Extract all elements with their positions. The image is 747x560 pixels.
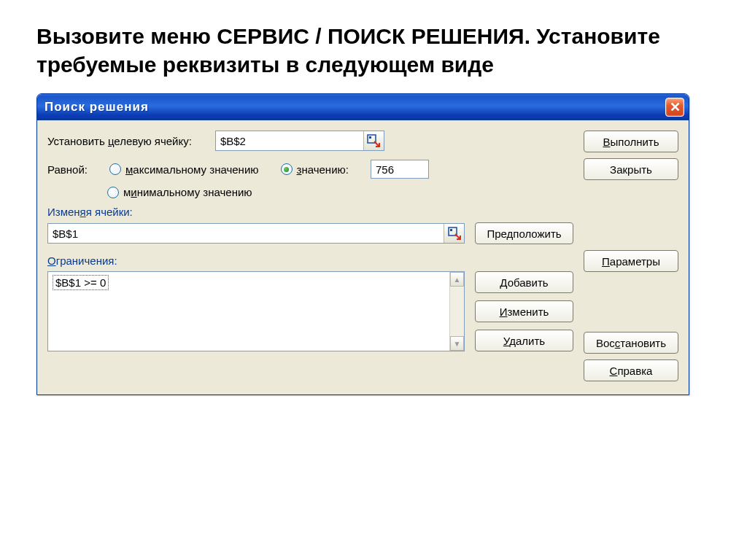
dialog-body: Установить целевую ячейку: Равной: (37, 120, 689, 394)
close-dialog-button[interactable]: Закрыть (584, 158, 678, 180)
range-picker-icon (448, 227, 461, 240)
guess-button[interactable]: Предположить (475, 222, 573, 244)
target-cell-label: Установить целевую ячейку: (47, 135, 192, 147)
dialog-title: Поиск решения (44, 100, 149, 114)
radio-max[interactable] (109, 163, 121, 175)
target-value-input[interactable] (371, 160, 429, 179)
change-button[interactable]: Изменить (475, 300, 573, 322)
range-picker-button[interactable] (363, 131, 384, 150)
listbox-content: $B$1 >= 0 (48, 272, 449, 351)
min-row: минимальному значению (47, 186, 573, 198)
parameters-button[interactable]: Параметры (584, 250, 678, 272)
target-cell-input-group (215, 131, 384, 151)
page-instruction: Вызовите меню СЕРВИС / ПОИСК РЕШЕНИЯ. Ус… (0, 0, 747, 93)
changing-cells-input[interactable] (48, 224, 444, 243)
list-item[interactable]: $B$1 >= 0 (53, 275, 109, 290)
right-column: Выполнить Закрыть Параметры Восстановить… (584, 131, 678, 381)
changing-cells-label: Изменяя ячейки: (47, 206, 573, 218)
chevron-up-icon: ▲ (454, 276, 461, 284)
constraint-buttons: Добавить Изменить Удалить (475, 271, 573, 351)
target-cell-input[interactable] (216, 131, 363, 150)
svg-rect-1 (369, 136, 371, 139)
range-picker-icon (367, 134, 380, 147)
radio-min-label: минимальному значению (123, 186, 252, 198)
close-icon: ✕ (670, 99, 681, 115)
constraints-label: Ограничения: (47, 254, 573, 267)
spacer (584, 278, 678, 326)
radio-value[interactable] (281, 163, 293, 175)
target-cell-row: Установить целевую ячейку: (47, 131, 573, 151)
svg-rect-3 (450, 229, 452, 231)
radio-min-group[interactable]: минимальному значению (107, 186, 252, 198)
changing-cells-input-group (47, 223, 465, 244)
radio-value-label: значению: (297, 163, 349, 176)
solver-dialog: Поиск решения ✕ Установить целевую ячейк… (36, 93, 689, 395)
radio-value-group[interactable]: значению: (281, 163, 349, 176)
delete-button[interactable]: Удалить (475, 330, 573, 351)
equal-to-row: Равной: максимальному значению значению: (47, 160, 573, 179)
radio-min[interactable] (107, 187, 119, 198)
radio-max-label: максимальному значению (125, 163, 259, 176)
execute-button[interactable]: Выполнить (584, 131, 678, 152)
scroll-up-button[interactable]: ▲ (450, 272, 464, 287)
add-button[interactable]: Добавить (475, 271, 573, 293)
constraints-area: $B$1 >= 0 ▲ ▼ Добавить Изменить Удалить (47, 271, 573, 351)
help-button[interactable]: Справка (584, 359, 678, 381)
scroll-down-button[interactable]: ▼ (450, 336, 464, 351)
chevron-down-icon: ▼ (454, 340, 461, 348)
radio-max-group[interactable]: максимальному значению (109, 163, 259, 176)
range-picker-button[interactable] (444, 224, 464, 243)
restore-button[interactable]: Восстановить (584, 332, 678, 354)
titlebar: Поиск решения ✕ (37, 94, 689, 120)
left-column: Установить целевую ячейку: Равной: (47, 131, 573, 381)
scrollbar: ▲ ▼ (449, 272, 464, 351)
constraints-listbox[interactable]: $B$1 >= 0 ▲ ▼ (47, 271, 465, 351)
equal-to-label: Равной: (47, 163, 88, 176)
close-button[interactable]: ✕ (665, 98, 684, 117)
changing-cells-row: Предположить (47, 222, 573, 244)
spacer (584, 186, 678, 244)
